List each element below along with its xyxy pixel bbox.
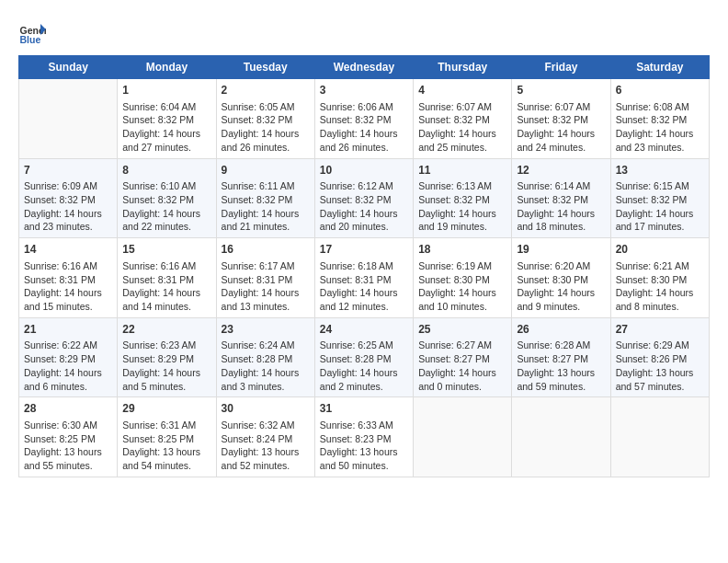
daylight-text: Daylight: 14 hours and 19 minutes. bbox=[418, 207, 506, 234]
day-number: 16 bbox=[222, 242, 310, 258]
svg-text:Blue: Blue bbox=[20, 34, 41, 45]
sunset-text: Sunset: 8:26 PM bbox=[616, 352, 704, 366]
calendar-cell: 26Sunrise: 6:28 AMSunset: 8:27 PMDayligh… bbox=[512, 317, 610, 397]
daylight-text: Daylight: 14 hours and 0 minutes. bbox=[418, 366, 506, 393]
daylight-text: Daylight: 14 hours and 13 minutes. bbox=[222, 286, 310, 313]
calendar-cell: 2Sunrise: 6:05 AMSunset: 8:32 PMDaylight… bbox=[216, 79, 314, 159]
weekday-header: Tuesday bbox=[216, 56, 314, 79]
sunrise-text: Sunrise: 6:33 AM bbox=[320, 419, 408, 432]
sunrise-text: Sunrise: 6:07 AM bbox=[517, 100, 605, 114]
sunrise-text: Sunrise: 6:05 AM bbox=[222, 100, 310, 114]
sunrise-text: Sunrise: 6:24 AM bbox=[222, 339, 310, 352]
day-number: 5 bbox=[517, 83, 605, 98]
day-number: 1 bbox=[122, 83, 210, 98]
daylight-text: Daylight: 14 hours and 27 minutes. bbox=[122, 127, 210, 154]
sunrise-text: Sunrise: 6:04 AM bbox=[122, 100, 210, 114]
sunrise-text: Sunrise: 6:10 AM bbox=[122, 179, 210, 193]
daylight-text: Daylight: 14 hours and 10 minutes. bbox=[418, 286, 506, 313]
calendar-cell bbox=[19, 79, 118, 159]
calendar-week-row: 7Sunrise: 6:09 AMSunset: 8:32 PMDaylight… bbox=[19, 158, 710, 238]
calendar-cell: 8Sunrise: 6:10 AMSunset: 8:32 PMDaylight… bbox=[118, 158, 216, 238]
sunset-text: Sunset: 8:24 PM bbox=[222, 432, 310, 446]
sunrise-text: Sunrise: 6:29 AM bbox=[616, 339, 704, 352]
calendar-cell bbox=[414, 397, 512, 477]
sunset-text: Sunset: 8:32 PM bbox=[24, 193, 112, 207]
day-number: 2 bbox=[222, 83, 310, 98]
daylight-text: Daylight: 14 hours and 22 minutes. bbox=[122, 207, 210, 234]
day-number: 8 bbox=[122, 163, 210, 178]
sunrise-text: Sunrise: 6:19 AM bbox=[418, 259, 506, 273]
day-number: 6 bbox=[616, 83, 704, 98]
sunrise-text: Sunrise: 6:20 AM bbox=[517, 259, 605, 273]
calendar-cell: 4Sunrise: 6:07 AMSunset: 8:32 PMDaylight… bbox=[414, 79, 512, 159]
day-number: 19 bbox=[517, 242, 605, 258]
day-number: 21 bbox=[24, 322, 112, 338]
calendar-cell: 16Sunrise: 6:17 AMSunset: 8:31 PMDayligh… bbox=[216, 238, 314, 318]
daylight-text: Daylight: 14 hours and 5 minutes. bbox=[122, 366, 210, 393]
day-number: 13 bbox=[616, 163, 704, 178]
day-number: 24 bbox=[320, 322, 408, 338]
daylight-text: Daylight: 14 hours and 20 minutes. bbox=[320, 207, 408, 234]
sunrise-text: Sunrise: 6:16 AM bbox=[122, 259, 210, 273]
calendar-cell: 21Sunrise: 6:22 AMSunset: 8:29 PMDayligh… bbox=[19, 317, 118, 397]
sunset-text: Sunset: 8:32 PM bbox=[222, 113, 310, 127]
sunrise-text: Sunrise: 6:13 AM bbox=[418, 179, 506, 193]
day-number: 18 bbox=[418, 242, 506, 258]
calendar-week-row: 1Sunrise: 6:04 AMSunset: 8:32 PMDaylight… bbox=[19, 79, 710, 159]
calendar-cell: 30Sunrise: 6:32 AMSunset: 8:24 PMDayligh… bbox=[216, 397, 314, 477]
calendar-cell: 28Sunrise: 6:30 AMSunset: 8:25 PMDayligh… bbox=[19, 397, 118, 477]
daylight-text: Daylight: 14 hours and 6 minutes. bbox=[24, 366, 112, 393]
calendar-cell: 3Sunrise: 6:06 AMSunset: 8:32 PMDaylight… bbox=[314, 79, 413, 159]
logo-icon: General Blue bbox=[18, 18, 46, 46]
day-number: 4 bbox=[418, 83, 506, 98]
calendar-cell: 11Sunrise: 6:13 AMSunset: 8:32 PMDayligh… bbox=[414, 158, 512, 238]
logo: General Blue bbox=[18, 18, 50, 46]
day-number: 25 bbox=[418, 322, 506, 338]
daylight-text: Daylight: 14 hours and 26 minutes. bbox=[222, 127, 310, 154]
daylight-text: Daylight: 14 hours and 15 minutes. bbox=[24, 286, 112, 313]
sunset-text: Sunset: 8:32 PM bbox=[122, 193, 210, 207]
calendar-cell: 17Sunrise: 6:18 AMSunset: 8:31 PMDayligh… bbox=[314, 238, 413, 318]
day-number: 31 bbox=[320, 401, 408, 417]
calendar-cell: 14Sunrise: 6:16 AMSunset: 8:31 PMDayligh… bbox=[19, 238, 118, 318]
daylight-text: Daylight: 13 hours and 52 minutes. bbox=[222, 445, 310, 472]
sunrise-text: Sunrise: 6:12 AM bbox=[320, 179, 408, 193]
daylight-text: Daylight: 13 hours and 57 minutes. bbox=[616, 366, 704, 393]
sunset-text: Sunset: 8:25 PM bbox=[122, 432, 210, 446]
calendar-cell: 20Sunrise: 6:21 AMSunset: 8:30 PMDayligh… bbox=[610, 238, 709, 318]
sunset-text: Sunset: 8:31 PM bbox=[222, 273, 310, 287]
day-number: 29 bbox=[122, 401, 210, 417]
calendar-header-row: SundayMondayTuesdayWednesdayThursdayFrid… bbox=[19, 56, 710, 79]
day-number: 3 bbox=[320, 83, 408, 98]
calendar-cell: 6Sunrise: 6:08 AMSunset: 8:32 PMDaylight… bbox=[610, 79, 709, 159]
sunset-text: Sunset: 8:28 PM bbox=[320, 352, 408, 366]
sunset-text: Sunset: 8:27 PM bbox=[418, 352, 506, 366]
daylight-text: Daylight: 14 hours and 3 minutes. bbox=[222, 366, 310, 393]
calendar-cell: 9Sunrise: 6:11 AMSunset: 8:32 PMDaylight… bbox=[216, 158, 314, 238]
day-number: 23 bbox=[222, 322, 310, 338]
sunset-text: Sunset: 8:29 PM bbox=[24, 352, 112, 366]
sunset-text: Sunset: 8:32 PM bbox=[122, 113, 210, 127]
calendar-cell: 31Sunrise: 6:33 AMSunset: 8:23 PMDayligh… bbox=[314, 397, 413, 477]
calendar-cell: 12Sunrise: 6:14 AMSunset: 8:32 PMDayligh… bbox=[512, 158, 610, 238]
daylight-text: Daylight: 14 hours and 18 minutes. bbox=[517, 207, 605, 234]
daylight-text: Daylight: 14 hours and 14 minutes. bbox=[122, 286, 210, 313]
sunrise-text: Sunrise: 6:23 AM bbox=[122, 339, 210, 352]
sunset-text: Sunset: 8:30 PM bbox=[517, 273, 605, 287]
daylight-text: Daylight: 14 hours and 12 minutes. bbox=[320, 286, 408, 313]
daylight-text: Daylight: 14 hours and 2 minutes. bbox=[320, 366, 408, 393]
calendar-cell: 29Sunrise: 6:31 AMSunset: 8:25 PMDayligh… bbox=[118, 397, 216, 477]
day-number: 30 bbox=[222, 401, 310, 417]
sunset-text: Sunset: 8:32 PM bbox=[517, 193, 605, 207]
daylight-text: Daylight: 13 hours and 50 minutes. bbox=[320, 445, 408, 472]
weekday-header: Sunday bbox=[19, 56, 118, 79]
day-number: 26 bbox=[517, 322, 605, 338]
sunset-text: Sunset: 8:32 PM bbox=[320, 113, 408, 127]
sunrise-text: Sunrise: 6:25 AM bbox=[320, 339, 408, 352]
sunset-text: Sunset: 8:31 PM bbox=[122, 273, 210, 287]
day-number: 27 bbox=[616, 322, 704, 338]
day-number: 28 bbox=[24, 401, 112, 417]
calendar-cell: 22Sunrise: 6:23 AMSunset: 8:29 PMDayligh… bbox=[118, 317, 216, 397]
sunrise-text: Sunrise: 6:14 AM bbox=[517, 179, 605, 193]
sunrise-text: Sunrise: 6:18 AM bbox=[320, 259, 408, 273]
